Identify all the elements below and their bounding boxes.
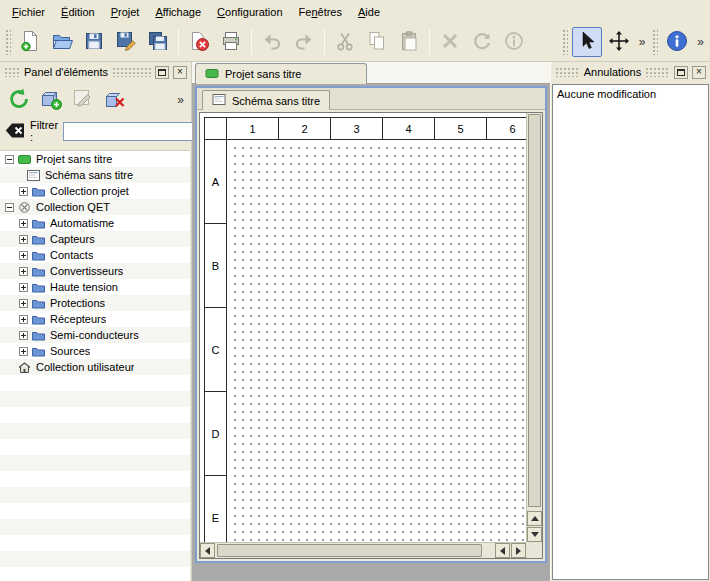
edit-element-button[interactable] xyxy=(68,85,98,115)
select-mode-button[interactable] xyxy=(572,27,602,57)
horizontal-scrollbar[interactable] xyxy=(200,542,526,558)
close-file-button[interactable] xyxy=(184,27,214,57)
cut-button[interactable] xyxy=(330,27,360,57)
diagram-view[interactable]: 1 2 3 4 5 6 A B C D E xyxy=(199,112,543,559)
tree-item-automatisme[interactable]: Automatisme xyxy=(0,215,190,231)
vertical-scrollbar-thumb[interactable] xyxy=(528,114,541,507)
menu-edition[interactable]: Édition xyxy=(53,2,103,22)
folder-icon xyxy=(32,186,45,197)
project-tab[interactable]: Projet sans titre xyxy=(195,63,367,84)
tree-item-protections[interactable]: Protections xyxy=(0,295,190,311)
expand-toggle-icon[interactable] xyxy=(19,251,28,260)
tree-item-haute-tension[interactable]: Haute tension xyxy=(0,279,190,295)
tree-item-collection-utilisateur[interactable]: Collection utilisateur xyxy=(0,359,190,375)
expand-toggle-icon[interactable] xyxy=(19,187,28,196)
ruler-corner xyxy=(205,118,227,140)
dock-float-button[interactable] xyxy=(674,66,688,79)
expand-toggle-icon[interactable] xyxy=(19,219,28,228)
folder-icon xyxy=(32,314,45,325)
expand-toggle-icon[interactable] xyxy=(19,299,28,308)
home-icon xyxy=(18,362,31,373)
scroll-down-button[interactable] xyxy=(527,527,542,542)
collapse-toggle-icon[interactable] xyxy=(5,155,14,164)
expand-toggle-icon[interactable] xyxy=(19,331,28,340)
menu-projet[interactable]: Projet xyxy=(103,2,148,22)
print-button[interactable] xyxy=(216,27,246,57)
expand-toggle-icon[interactable] xyxy=(19,315,28,324)
scroll-left-button[interactable] xyxy=(200,543,215,558)
vertical-scrollbar[interactable] xyxy=(526,113,542,542)
delete-element-button[interactable] xyxy=(100,85,130,115)
panel-overflow-chevron[interactable]: » xyxy=(173,93,188,107)
tree-item-project[interactable]: Projet sans titre xyxy=(0,151,190,167)
scrollbar-corner xyxy=(526,542,542,558)
scroll-right-button[interactable] xyxy=(511,543,526,558)
tree-item-label: Collection utilisateur xyxy=(36,361,134,373)
clear-filter-icon[interactable] xyxy=(5,123,25,140)
tree-item-semi-conducteurs[interactable]: Semi-conducteurs xyxy=(0,327,190,343)
toolbar-overflow-chevron[interactable]: » xyxy=(693,35,708,49)
menu-affichage[interactable]: Affichage xyxy=(147,2,209,22)
undo-panel-titlebar[interactable]: Annulations × xyxy=(551,62,710,82)
tree-item-sources[interactable]: Sources xyxy=(0,343,190,359)
save-all-button[interactable] xyxy=(143,27,173,57)
dock-close-button[interactable]: × xyxy=(173,66,187,79)
scroll-left-button[interactable] xyxy=(495,543,510,558)
tree-item-label: Contacts xyxy=(50,249,93,261)
elements-panel-titlebar[interactable]: Panel d'éléments × xyxy=(0,62,191,82)
menu-aide[interactable]: Aide xyxy=(350,2,388,22)
tree-item-contacts[interactable]: Contacts xyxy=(0,247,190,263)
tree-item-schema[interactable]: Schéma sans titre xyxy=(0,167,190,183)
collapse-toggle-icon[interactable] xyxy=(5,203,14,212)
scroll-up-button[interactable] xyxy=(527,511,542,526)
open-file-button[interactable] xyxy=(47,27,77,57)
expand-toggle-icon[interactable] xyxy=(19,283,28,292)
column-header: 5 xyxy=(435,118,487,140)
expand-toggle-icon[interactable] xyxy=(19,267,28,276)
toolbar-grip[interactable] xyxy=(652,29,658,55)
dot-grid[interactable] xyxy=(228,141,526,542)
element-info-button[interactable] xyxy=(499,27,529,57)
toolbar-overflow-chevron[interactable]: » xyxy=(635,35,650,49)
qet-collection-icon xyxy=(18,202,31,213)
horizontal-scrollbar-thumb[interactable] xyxy=(217,544,482,557)
menu-fichier[interactable]: Fichier xyxy=(4,2,53,22)
schema-icon xyxy=(27,170,40,181)
new-element-button[interactable] xyxy=(36,85,66,115)
paste-button[interactable] xyxy=(394,27,424,57)
redo-button[interactable] xyxy=(289,27,319,57)
tree-item-capteurs[interactable]: Capteurs xyxy=(0,231,190,247)
reload-collections-button[interactable] xyxy=(4,85,34,115)
tree-item-collection-qet[interactable]: Collection QET xyxy=(0,199,190,215)
copy-button[interactable] xyxy=(362,27,392,57)
undo-button[interactable] xyxy=(257,27,287,57)
expand-toggle-icon[interactable] xyxy=(19,347,28,356)
rotate-button[interactable] xyxy=(467,27,497,57)
tree-item-collection-projet[interactable]: Collection projet xyxy=(0,183,190,199)
new-file-button[interactable] xyxy=(15,27,45,57)
diagram-tab[interactable]: Schéma sans titre xyxy=(202,90,330,110)
dock-grip xyxy=(645,67,670,77)
dock-close-button[interactable]: × xyxy=(692,66,706,79)
save-button[interactable] xyxy=(79,27,109,57)
diagram-canvas[interactable]: 1 2 3 4 5 6 A B C D E xyxy=(200,113,526,542)
delete-button[interactable] xyxy=(435,27,465,57)
toolbar-grip[interactable] xyxy=(562,29,568,55)
main-toolbar: » » xyxy=(0,23,710,62)
dock-float-button[interactable] xyxy=(155,66,169,79)
tree-item-convertisseurs[interactable]: Convertisseurs xyxy=(0,263,190,279)
menu-fenetres[interactable]: Fenêtres xyxy=(291,2,350,22)
folder-icon xyxy=(32,250,45,261)
dock-grip xyxy=(555,67,580,77)
menu-configuration[interactable]: Configuration xyxy=(209,2,290,22)
save-as-button[interactable] xyxy=(111,27,141,57)
toolbar-grip[interactable] xyxy=(5,29,11,55)
tree-item-recepteurs[interactable]: Récepteurs xyxy=(0,311,190,327)
new-element-icon xyxy=(39,87,63,113)
about-button[interactable] xyxy=(662,27,692,57)
undo-history-list[interactable]: Aucune modification xyxy=(552,84,709,580)
folder-icon xyxy=(32,282,45,293)
filter-input[interactable] xyxy=(63,122,211,141)
expand-toggle-icon[interactable] xyxy=(19,235,28,244)
pan-mode-button[interactable] xyxy=(604,27,634,57)
